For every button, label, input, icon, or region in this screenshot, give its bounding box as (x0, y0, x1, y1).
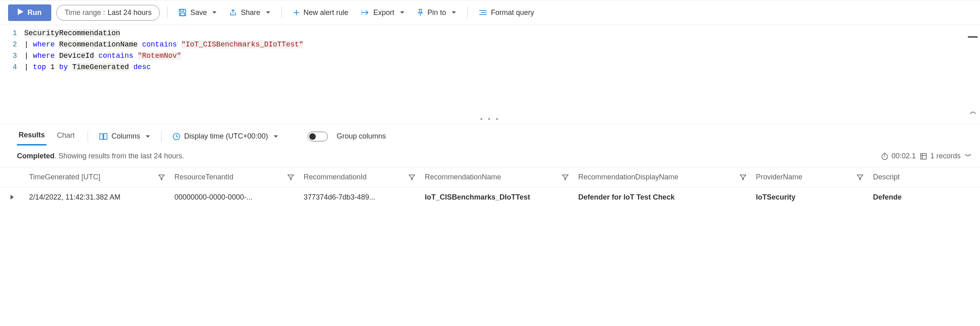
divider (467, 6, 468, 19)
records-value: 1 records (930, 152, 961, 160)
token-keyword: top (33, 63, 46, 71)
results-table: TimeGenerated [UTC] ResourceTenantId Rec… (0, 167, 980, 207)
display-time-button[interactable]: Display time (UTC+00:00) (173, 132, 278, 141)
svg-rect-12 (100, 134, 103, 139)
header-recdisplay[interactable]: RecommendationDisplayName (573, 167, 751, 187)
expand-down-icon[interactable]: ︾ (965, 153, 972, 160)
share-icon (229, 9, 237, 16)
elapsed-value: 00:02.1 (892, 152, 916, 160)
share-label: Share (241, 8, 260, 17)
table-row[interactable]: 2/14/2022, 11:42:31.382 AM 00000000-0000… (0, 187, 980, 208)
columns-button[interactable]: Columns (99, 132, 150, 141)
status-bar: Completed. Showing results from the last… (0, 145, 980, 167)
status-completed: Completed (17, 152, 55, 160)
cell-recname: IoT_CISBenchmarks_DIoTTest (420, 187, 573, 208)
save-label: Save (190, 8, 207, 17)
export-icon (361, 9, 369, 16)
format-label: Format query (491, 8, 534, 17)
record-count: 1 records (920, 152, 961, 160)
token-keyword: contains (142, 40, 177, 48)
cell-tenant: 00000000-0000-0000-... (170, 187, 299, 208)
token-keyword: contains (99, 52, 133, 60)
header-provider[interactable]: ProviderName (751, 167, 868, 187)
results-toolbar: Results Chart Columns Display time (UTC+… (0, 124, 980, 145)
filter-icon[interactable] (740, 174, 746, 181)
pin-button[interactable]: Pin to (413, 6, 460, 19)
code-content[interactable]: SecurityRecommendation| where Recommenda… (24, 27, 980, 118)
new-alert-button[interactable]: New alert rule (289, 6, 353, 19)
query-toolbar: Run Time range : Last 24 hours Save Shar… (0, 0, 980, 25)
query-editor[interactable]: 1 2 3 4 SecurityRecommendation| where Re… (0, 25, 980, 118)
divider (167, 6, 168, 19)
cell-recdisplay: Defender for IoT Test Check (573, 187, 751, 208)
chevron-right-icon (10, 195, 14, 200)
filter-icon[interactable] (287, 174, 294, 181)
minimize-icon[interactable] (968, 36, 978, 38)
tab-chart[interactable]: Chart (55, 128, 76, 145)
token-string: "RotemNov" (138, 52, 181, 60)
svg-rect-2 (180, 9, 184, 11)
time-range-prefix: Time range : (65, 8, 105, 17)
time-range-value: Last 24 hours (107, 8, 151, 17)
toggle-knob (309, 133, 316, 140)
svg-rect-18 (921, 154, 926, 159)
svg-marker-24 (562, 175, 568, 180)
share-button[interactable]: Share (225, 6, 274, 19)
elapsed-time: 00:02.1 (881, 152, 916, 160)
records-icon (920, 153, 927, 160)
line-number: 2 (0, 39, 17, 50)
filter-icon[interactable] (857, 174, 863, 181)
export-button[interactable]: Export (357, 6, 408, 19)
cell-descript: Defende (868, 187, 980, 208)
filter-icon[interactable] (158, 174, 165, 181)
token-keyword: where (33, 52, 55, 60)
svg-marker-23 (409, 175, 415, 180)
format-query-button[interactable]: Format query (475, 6, 538, 19)
plus-icon (293, 9, 300, 16)
line-number: 1 (0, 27, 17, 39)
header-time[interactable]: TimeGenerated [UTC] (24, 167, 170, 187)
tab-results[interactable]: Results (17, 128, 46, 145)
line-gutter: 1 2 3 4 (0, 27, 24, 118)
svg-rect-13 (104, 134, 107, 139)
svg-marker-0 (18, 8, 23, 15)
filter-icon[interactable] (409, 174, 415, 181)
token-column: DeviceId (59, 52, 94, 60)
clock-icon (173, 133, 180, 140)
stopwatch-icon (881, 153, 888, 160)
columns-icon (99, 133, 107, 140)
splitter-handle[interactable]: • • • (0, 118, 980, 124)
run-button[interactable]: Run (8, 4, 51, 21)
token-table: SecurityRecommendation (24, 29, 120, 37)
group-columns-label: Group columns (337, 132, 386, 141)
time-range-selector[interactable]: Time range : Last 24 hours (56, 5, 160, 21)
token-keyword: desc (133, 63, 151, 71)
svg-marker-21 (159, 175, 164, 180)
divider (161, 131, 162, 142)
token-keyword: where (33, 40, 55, 48)
header-recname[interactable]: RecommendationName (420, 167, 573, 187)
display-time-label: Display time (UTC+00:00) (184, 132, 268, 141)
svg-marker-22 (288, 175, 294, 180)
table-header-row: TimeGenerated [UTC] ResourceTenantId Rec… (0, 167, 980, 187)
header-recid[interactable]: RecommendationId (299, 167, 420, 187)
header-descript[interactable]: Descript (868, 167, 980, 187)
divider (281, 6, 282, 19)
svg-rect-3 (180, 13, 185, 16)
header-tenant[interactable]: ResourceTenantId (170, 167, 299, 187)
format-icon (479, 9, 487, 16)
chevron-down-icon (146, 135, 150, 138)
save-icon (179, 9, 186, 16)
cell-recid: 377374d6-7db3-489... (299, 187, 420, 208)
svg-marker-26 (857, 175, 863, 180)
cell-time: 2/14/2022, 11:42:31.382 AM (24, 187, 170, 208)
columns-label: Columns (111, 132, 140, 141)
expand-row-button[interactable] (0, 187, 24, 208)
save-button[interactable]: Save (175, 6, 220, 19)
chevron-down-icon (266, 11, 270, 14)
play-icon (18, 8, 23, 17)
filter-icon[interactable] (562, 174, 569, 181)
group-columns-toggle[interactable] (308, 132, 328, 141)
header-expand (0, 167, 24, 187)
collapse-up-icon[interactable]: ︽ (970, 107, 976, 115)
